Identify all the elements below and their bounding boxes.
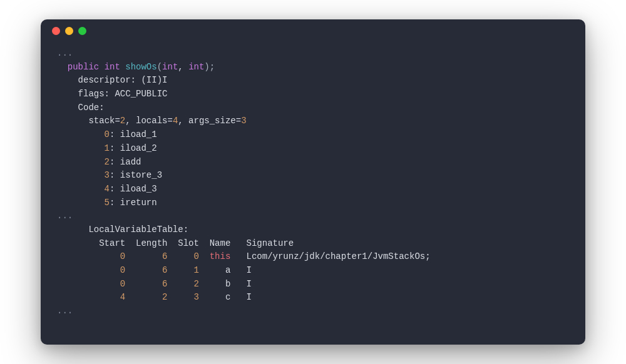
ellipsis: ... xyxy=(57,47,569,61)
bytecode-instruction: 5: ireturn xyxy=(57,196,569,210)
descriptor-line: descriptor: (II)I xyxy=(57,74,569,88)
bytecode-instruction: 3: istore_3 xyxy=(57,169,569,183)
bytecode-instruction: 0: iload_1 xyxy=(57,128,569,142)
code-content: ... public int showOs(int, int); descrip… xyxy=(41,42,585,330)
lvt-row: 4 2 3 c I xyxy=(57,291,569,305)
maximize-icon[interactable] xyxy=(78,27,86,35)
code-label: Code: xyxy=(57,101,569,115)
minimize-icon[interactable] xyxy=(65,27,73,35)
lvt-row: 0 6 0 this Lcom/yrunz/jdk/chapter1/JvmSt… xyxy=(57,250,569,264)
lvt-header: Start Length Slot Name Signature xyxy=(57,237,569,251)
close-icon[interactable] xyxy=(52,27,60,35)
ellipsis: ... xyxy=(57,305,569,318)
terminal-window: ... public int showOs(int, int); descrip… xyxy=(41,19,585,345)
lvt-row: 0 6 2 b I xyxy=(57,278,569,291)
method-signature: public int showOs(int, int); xyxy=(57,61,569,74)
titlebar xyxy=(41,19,585,42)
bytecode-instruction: 1: iload_2 xyxy=(57,142,569,156)
bytecode-instruction: 2: iadd xyxy=(57,156,569,169)
lvt-row: 0 6 1 a I xyxy=(57,264,569,278)
bytecode-instruction: 4: iload_3 xyxy=(57,183,569,196)
lvt-label: LocalVariableTable: xyxy=(57,223,569,237)
flags-line: flags: ACC_PUBLIC xyxy=(57,88,569,101)
ellipsis: ... xyxy=(57,210,569,223)
stack-line: stack=2, locals=4, args_size=3 xyxy=(57,114,569,128)
